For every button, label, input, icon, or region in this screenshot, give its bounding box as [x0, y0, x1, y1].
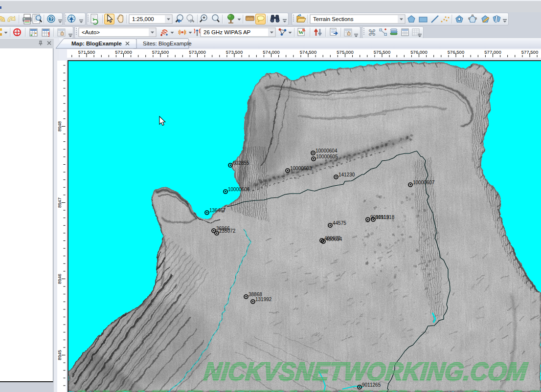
svg-text:Sites: BlogExample: Sites: BlogExample	[143, 41, 192, 46]
svg-text:577,000: 577,000	[484, 49, 501, 55]
svg-text:Map: BlogExample: Map: BlogExample	[71, 41, 122, 46]
svg-text:Terrain Sections: Terrain Sections	[313, 16, 354, 22]
svg-text:26 GHz WIPAS AP: 26 GHz WIPAS AP	[203, 29, 251, 35]
svg-text:141230: 141230	[338, 172, 355, 177]
svg-text:?: ?	[49, 16, 52, 22]
svg-text:577,500: 577,500	[521, 49, 538, 55]
svg-text:10000603: 10000603	[290, 166, 312, 171]
svg-text:136467: 136467	[209, 208, 226, 213]
svg-text:8946: 8946	[57, 274, 62, 284]
svg-text:1:25,000: 1:25,000	[132, 16, 154, 22]
svg-text:8948: 8948	[57, 121, 62, 131]
svg-text:575,000: 575,000	[337, 49, 353, 55]
svg-text:8947: 8947	[57, 197, 62, 208]
svg-text:573,500: 573,500	[226, 49, 243, 55]
svg-text:10000607: 10000607	[413, 180, 435, 185]
svg-text:9011918: 9011918	[376, 215, 395, 220]
svg-text:572,500: 572,500	[152, 49, 169, 55]
svg-text:!: !	[48, 31, 50, 38]
svg-text:235072: 235072	[219, 228, 236, 234]
svg-text:574,500: 574,500	[300, 49, 316, 55]
svg-text:W: W	[298, 29, 304, 35]
svg-text:602855: 602855	[233, 160, 249, 166]
svg-text:575,500: 575,500	[374, 49, 390, 55]
svg-text:10000604: 10000604	[316, 148, 338, 153]
svg-text:571,500: 571,500	[78, 49, 95, 55]
svg-text:⌘: ⌘	[368, 28, 376, 38]
svg-text:8945: 8945	[57, 350, 62, 360]
svg-text:573,000: 573,000	[189, 49, 205, 55]
svg-text:572,000: 572,000	[115, 49, 132, 55]
svg-text:10000605: 10000605	[316, 154, 338, 159]
svg-text:574,000: 574,000	[263, 49, 279, 55]
svg-text:576,500: 576,500	[448, 49, 464, 55]
svg-text:NICKVSNETWORKING.COM: NICKVSNETWORKING.COM	[203, 357, 529, 386]
svg-text:44575: 44575	[333, 220, 346, 226]
svg-text:480684: 480684	[326, 237, 342, 242]
svg-text:131992: 131992	[255, 297, 272, 302]
svg-text:<Auto>: <Auto>	[82, 29, 100, 35]
svg-text:NICKVSNETWORKING.COM: NICKVSNETWORKING.COM	[73, 385, 539, 392]
svg-text:10000606: 10000606	[228, 187, 250, 192]
svg-text:576,000: 576,000	[410, 49, 427, 55]
